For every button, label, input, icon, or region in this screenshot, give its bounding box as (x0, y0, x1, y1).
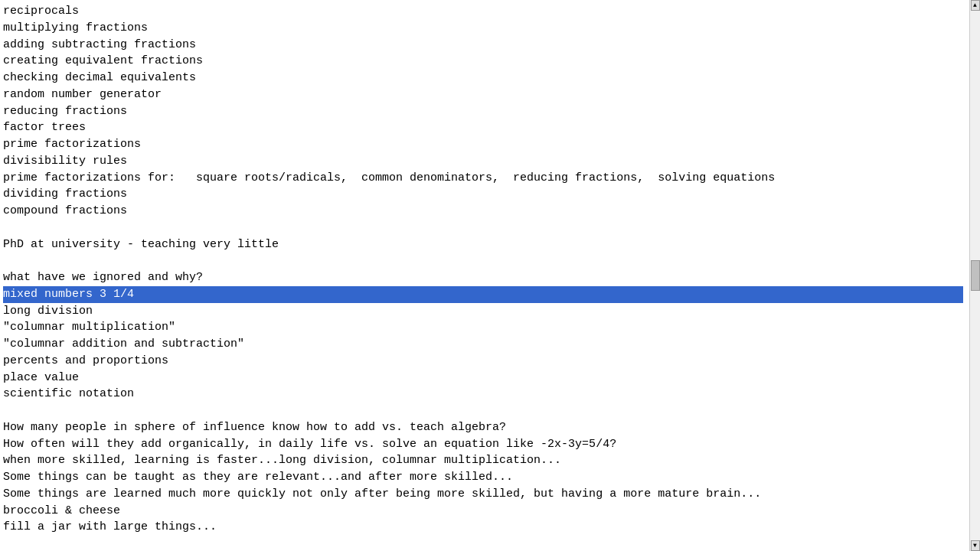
text-line: checking decimal equivalents (3, 70, 963, 86)
text-line: compound fractions (3, 203, 963, 220)
text-line: Some things are learned much more quickl… (3, 486, 963, 503)
text-line: scientific notation (3, 386, 963, 403)
text-line: mixed numbers 3 1/4 (3, 286, 963, 303)
text-line: How often will they add organically, in … (3, 436, 963, 453)
text-line: How many people in sphere of influence k… (3, 419, 963, 436)
empty-line (3, 403, 963, 419)
text-line: multiplying fractions (3, 20, 963, 37)
text-line: when more skilled, learning is faster...… (3, 452, 963, 469)
text-line: "columnar addition and subtraction" (3, 336, 963, 353)
text-line: what have we ignored and why? (3, 269, 963, 286)
text-line: PhD at university - teaching very little (3, 236, 963, 253)
text-line: "columnar multiplication" (3, 319, 963, 336)
empty-line (3, 253, 963, 269)
text-line: factor trees (3, 119, 963, 136)
scrollbar[interactable]: ▲ ▼ (969, 0, 980, 551)
text-line: dividing fractions (3, 186, 963, 203)
text-line: reciprocals (3, 3, 963, 20)
text-line: long division (3, 303, 963, 320)
text-line: fill a jar with large things... (3, 519, 963, 536)
scroll-up-arrow[interactable]: ▲ (971, 0, 980, 11)
scroll-down-arrow[interactable]: ▼ (971, 540, 980, 551)
page-container: reciprocalsmultiplying fractionsadding s… (0, 0, 980, 551)
text-line: divisibility rules (3, 153, 963, 170)
text-line: adding subtracting fractions (3, 37, 963, 54)
empty-line (3, 536, 963, 551)
text-line: place value (3, 370, 963, 386)
empty-line (3, 220, 963, 236)
scrollbar-thumb[interactable] (971, 260, 980, 291)
text-line: random number generator (3, 86, 963, 103)
text-line: creating equivalent fractions (3, 53, 963, 70)
text-line: Some things can be taught as they are re… (3, 469, 963, 486)
text-line: prime factorizations (3, 136, 963, 153)
text-line: reducing fractions (3, 103, 963, 120)
text-line: prime factorizations for: square roots/r… (3, 170, 963, 187)
content-area: reciprocalsmultiplying fractionsadding s… (0, 0, 969, 551)
text-line: broccoli & cheese (3, 503, 963, 520)
text-line: percents and proportions (3, 353, 963, 370)
